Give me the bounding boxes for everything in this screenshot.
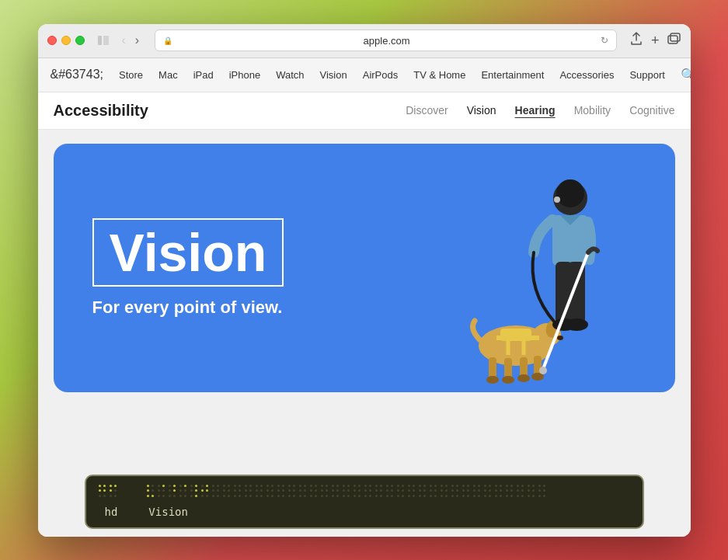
nav-bar: &#63743; Store Mac iPad iPhone Watch Vis…: [38, 58, 691, 92]
access-nav-vision[interactable]: Vision: [467, 104, 496, 117]
svg-point-24: [565, 318, 588, 331]
search-icon[interactable]: 🔍: [681, 68, 691, 82]
svg-rect-8: [489, 357, 496, 379]
nav-entertainment[interactable]: Entertainment: [481, 69, 544, 81]
minimize-button[interactable]: [61, 36, 71, 45]
svg-rect-0: [98, 36, 102, 45]
sidebar-toggle[interactable]: [97, 34, 110, 47]
browser-window: ‹ › 🔒 apple.com ↻ + &#63743;: [38, 24, 691, 537]
hero-text-area: Vision For every point of view.: [54, 187, 323, 349]
tabs-icon[interactable]: [667, 32, 681, 49]
nav-right: 🔍 🛍: [681, 68, 691, 82]
nav-tv-home[interactable]: TV & Home: [413, 69, 465, 81]
nav-support[interactable]: Support: [629, 69, 665, 81]
forward-button[interactable]: ›: [132, 32, 142, 49]
nav-mac[interactable]: Mac: [158, 69, 178, 81]
nav-iphone[interactable]: iPhone: [229, 69, 260, 81]
title-bar: ‹ › 🔒 apple.com ↻ +: [38, 24, 691, 58]
nav-vision[interactable]: Vision: [320, 69, 347, 81]
svg-rect-2: [668, 36, 677, 43]
svg-point-13: [502, 376, 514, 384]
access-title: Accessibility: [54, 102, 148, 120]
share-icon[interactable]: [629, 32, 643, 49]
braille-text-row: hd Vision: [99, 504, 630, 520]
apple-logo[interactable]: &#63743;: [51, 68, 104, 82]
hero-banner: Vision For every point of view.: [54, 144, 675, 392]
nav-watch[interactable]: Watch: [276, 69, 304, 81]
hero-title-box: Vision: [92, 218, 284, 287]
main-content: Vision For every point of view.: [38, 130, 691, 537]
braille-label-hd: hd: [105, 506, 118, 518]
svg-rect-3: [671, 33, 680, 41]
nav-store[interactable]: Store: [119, 69, 143, 81]
nav-ipad[interactable]: iPad: [193, 69, 214, 81]
access-nav: Accessibility Discover Vision Hearing Mo…: [38, 92, 691, 130]
maximize-button[interactable]: [75, 36, 85, 45]
svg-point-19: [554, 197, 560, 203]
braille-label-vision: Vision: [148, 506, 188, 518]
hero-subtitle: For every point of view.: [92, 297, 284, 318]
url-text: apple.com: [177, 35, 596, 47]
hero-title: Vision: [110, 223, 267, 282]
braille-dots-row: [99, 484, 630, 499]
access-nav-discover[interactable]: Discover: [406, 104, 448, 117]
nav-airpods[interactable]: AirPods: [363, 69, 399, 81]
new-tab-icon[interactable]: +: [651, 33, 660, 49]
hero-illustration: [442, 159, 629, 392]
nav-arrows: ‹ ›: [119, 32, 143, 49]
svg-point-18: [556, 179, 584, 207]
nav-accessories[interactable]: Accessories: [559, 69, 614, 81]
lock-icon: 🔒: [163, 37, 172, 45]
access-nav-links: Discover Vision Hearing Mobility Cogniti…: [406, 104, 674, 117]
access-nav-cognitive[interactable]: Cognitive: [629, 104, 674, 117]
address-bar[interactable]: 🔒 apple.com ↻: [155, 30, 617, 51]
svg-rect-16: [500, 329, 531, 341]
svg-rect-1: [103, 36, 109, 45]
toolbar-right: +: [629, 32, 681, 49]
svg-point-12: [486, 376, 499, 384]
braille-bar: hd Vision: [38, 475, 691, 537]
svg-point-14: [517, 374, 530, 382]
refresh-icon[interactable]: ↻: [601, 35, 608, 46]
svg-point-26: [539, 367, 547, 374]
access-nav-hearing[interactable]: Hearing: [515, 104, 556, 117]
braille-display: hd Vision: [85, 475, 644, 529]
back-button[interactable]: ‹: [119, 32, 129, 49]
svg-point-7: [557, 336, 563, 340]
access-nav-mobility[interactable]: Mobility: [574, 104, 611, 117]
close-button[interactable]: [47, 36, 57, 45]
traffic-lights: [47, 36, 85, 45]
